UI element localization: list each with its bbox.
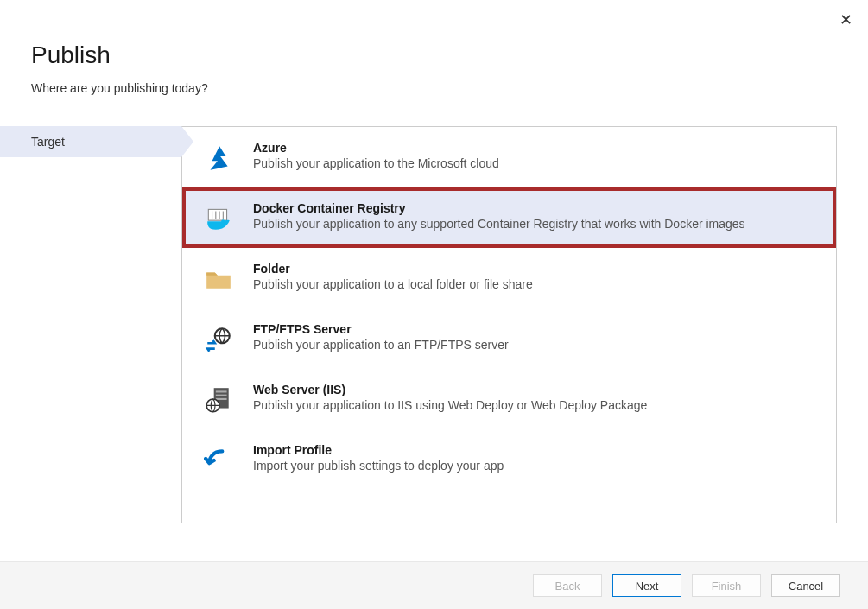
option-ftp-server[interactable]: FTP/FTPS Server Publish your application… xyxy=(182,308,836,369)
import-arrow-icon xyxy=(203,445,234,476)
option-title: Web Server (IIS) xyxy=(253,383,647,396)
dialog-header: Publish Where are you publishing today? xyxy=(0,0,868,109)
svg-rect-7 xyxy=(216,390,227,392)
sidebar-item-label: Target xyxy=(31,135,65,149)
svg-rect-0 xyxy=(208,209,226,220)
option-desc: Publish your application to an FTP/FTPS … xyxy=(253,338,509,352)
dialog-footer: Back Next Finish Cancel xyxy=(0,561,868,609)
azure-icon xyxy=(203,143,234,174)
option-docker-container-registry[interactable]: Docker Container Registry Publish your a… xyxy=(182,187,836,248)
back-button[interactable]: Back xyxy=(533,574,602,597)
option-import-profile[interactable]: Import Profile Import your publish setti… xyxy=(182,429,836,490)
server-globe-icon xyxy=(203,384,234,416)
option-desc: Publish your application to a local fold… xyxy=(253,277,533,291)
option-title: FTP/FTPS Server xyxy=(253,322,509,336)
option-folder[interactable]: Folder Publish your application to a loc… xyxy=(182,248,836,308)
svg-rect-9 xyxy=(216,398,227,400)
wizard-steps-sidebar: Target xyxy=(0,126,181,157)
globe-transfer-icon xyxy=(203,324,234,355)
option-azure[interactable]: Azure Publish your application to the Mi… xyxy=(182,127,836,187)
option-desc: Publish your application to any supporte… xyxy=(253,217,745,231)
cancel-button[interactable]: Cancel xyxy=(771,574,840,597)
docker-icon xyxy=(203,203,234,234)
finish-button[interactable]: Finish xyxy=(692,574,761,597)
page-title: Publish xyxy=(31,41,837,69)
option-web-server-iis[interactable]: Web Server (IIS) Publish your applicatio… xyxy=(182,369,836,429)
publish-target-list: Azure Publish your application to the Mi… xyxy=(181,126,837,523)
option-title: Docker Container Registry xyxy=(253,201,745,215)
option-desc: Publish your application to IIS using We… xyxy=(253,398,647,412)
option-title: Azure xyxy=(253,141,499,155)
svg-rect-8 xyxy=(216,395,227,396)
option-title: Folder xyxy=(253,262,533,276)
close-icon[interactable]: ✕ xyxy=(839,10,852,29)
sidebar-item-target[interactable]: Target xyxy=(0,126,181,157)
page-subtitle: Where are you publishing today? xyxy=(31,81,837,95)
option-title: Import Profile xyxy=(253,443,504,457)
option-desc: Import your publish settings to deploy y… xyxy=(253,459,504,473)
option-desc: Publish your application to the Microsof… xyxy=(253,156,499,170)
next-button[interactable]: Next xyxy=(612,574,681,597)
folder-icon xyxy=(203,263,234,295)
